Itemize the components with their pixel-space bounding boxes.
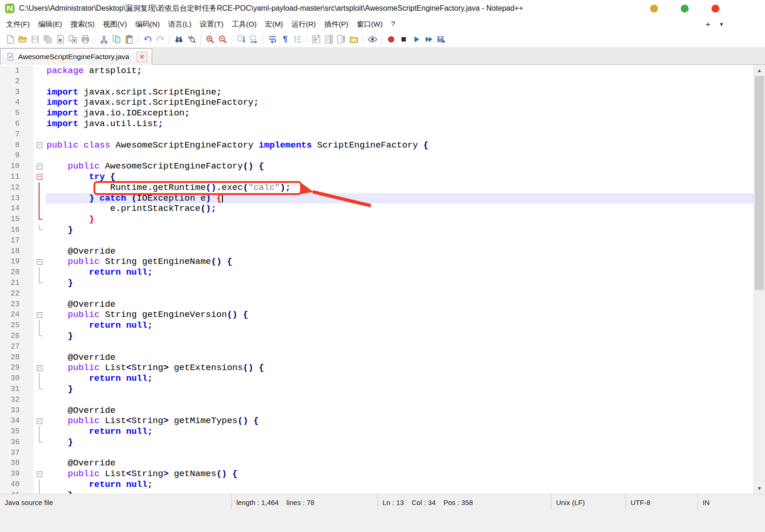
code-line-40[interactable]: 40 return null;: [0, 479, 754, 490]
code-text[interactable]: public AwesomeScriptEngineFactory() {: [46, 161, 754, 172]
code-text[interactable]: import java.util.List;: [46, 119, 754, 129]
fold-toggle-icon[interactable]: [34, 416, 46, 426]
scroll-down-icon[interactable]: ▼: [754, 483, 765, 494]
code-line-1[interactable]: 1package artsploit;: [0, 66, 754, 76]
code-line-29[interactable]: 29 public List<String> getExtensions() {: [0, 363, 754, 373]
code-line-9[interactable]: 9: [0, 150, 754, 161]
zoom-out-icon[interactable]: [216, 33, 229, 46]
code-text[interactable]: @Override: [46, 458, 754, 469]
code-text[interactable]: [46, 342, 754, 352]
fold-toggle-icon[interactable]: [34, 140, 46, 151]
code-line-22[interactable]: 22: [0, 289, 754, 299]
code-text[interactable]: public List<String> getMimeTypes() {: [46, 416, 754, 426]
function-list-icon[interactable]: f: [310, 33, 322, 46]
zoom-in-icon[interactable]: [204, 33, 216, 46]
code-text[interactable]: }: [46, 331, 754, 342]
code-line-20[interactable]: 20 return null;: [0, 267, 754, 278]
code-line-2[interactable]: 2: [0, 76, 754, 87]
stop-macro-icon[interactable]: [397, 33, 410, 46]
save-all-icon[interactable]: [41, 33, 54, 46]
code-line-18[interactable]: 18 @Override: [0, 246, 754, 257]
code-text[interactable]: import java.io.IOException;: [46, 108, 754, 119]
redo-icon[interactable]: [154, 33, 167, 46]
code-line-19[interactable]: 19 public String getEngineName() {: [0, 256, 754, 267]
status-encoding[interactable]: UTF-8: [626, 494, 698, 510]
window-dot-close[interactable]: [711, 5, 719, 13]
document-map-icon[interactable]: [322, 33, 335, 46]
code-line-11[interactable]: 11 try {: [0, 172, 754, 182]
record-macro-icon[interactable]: [385, 33, 397, 46]
menu-item-language[interactable]: 语言(L): [164, 17, 195, 32]
code-line-7[interactable]: 7: [0, 129, 754, 140]
code-text[interactable]: [46, 76, 754, 87]
code-line-21[interactable]: 21 }: [0, 278, 754, 289]
fold-toggle-icon[interactable]: [34, 310, 46, 320]
sync-horizontal-icon[interactable]: [248, 33, 260, 46]
code-text[interactable]: Runtime.getRuntime().exec("calc");: [46, 182, 754, 193]
code-line-35[interactable]: 35 return null;: [0, 426, 754, 437]
code-line-8[interactable]: 8public class AwesomeScriptEngineFactory…: [0, 140, 754, 151]
code-line-23[interactable]: 23 @Override: [0, 299, 754, 310]
fold-toggle-icon[interactable]: [34, 161, 46, 172]
menu-item-tools[interactable]: 工具(O): [228, 17, 261, 32]
cut-icon[interactable]: [98, 33, 110, 46]
print-icon[interactable]: [79, 33, 92, 46]
code-text[interactable]: }: [46, 437, 754, 448]
code-text[interactable]: public String getEngineName() {: [46, 256, 754, 267]
play-macro-icon[interactable]: [410, 33, 423, 46]
code-line-33[interactable]: 33 @Override: [0, 405, 754, 416]
code-text[interactable]: public List<String> getExtensions() {: [46, 363, 754, 373]
code-text[interactable]: @Override: [46, 299, 754, 310]
close-all-icon[interactable]: [67, 33, 79, 46]
code-text[interactable]: return null;: [46, 426, 754, 437]
scrollbar-thumb[interactable]: [755, 76, 764, 290]
code-line-15[interactable]: 15 }: [0, 214, 754, 225]
replace-icon[interactable]: ab: [185, 33, 198, 46]
menu-item-macro[interactable]: 宏(M): [261, 17, 287, 32]
menu-item-settings[interactable]: 设置(T): [195, 17, 228, 32]
window-dot-maximize[interactable]: [681, 5, 689, 13]
code-line-31[interactable]: 31 }: [0, 384, 754, 395]
save-file-icon[interactable]: [29, 33, 41, 46]
code-text[interactable]: @Override: [46, 352, 754, 363]
code-line-37[interactable]: 37: [0, 448, 754, 458]
code-line-36[interactable]: 36 }: [0, 437, 754, 448]
code-line-38[interactable]: 38 @Override: [0, 458, 754, 469]
code-line-16[interactable]: 16 }: [0, 225, 754, 236]
code-text[interactable]: }: [46, 278, 754, 289]
code-text[interactable]: public class AwesomeScriptEngineFactory …: [46, 140, 754, 151]
menu-item-plugins[interactable]: 插件(P): [320, 17, 353, 32]
menu-item-help[interactable]: ?: [387, 17, 399, 32]
monitoring-icon[interactable]: [366, 33, 379, 46]
code-text[interactable]: import javax.script.ScriptEngine;: [46, 87, 754, 98]
code-text[interactable]: [46, 395, 754, 405]
close-file-icon[interactable]: [54, 33, 67, 46]
open-file-icon[interactable]: [16, 33, 29, 46]
menu-item-run[interactable]: 运行(R): [287, 17, 320, 32]
undo-icon[interactable]: [141, 33, 154, 46]
menu-item-window[interactable]: 窗口(W): [352, 17, 387, 32]
code-text[interactable]: return null;: [46, 479, 754, 490]
code-text[interactable]: [46, 129, 754, 140]
code-line-24[interactable]: 24 public String getEngineVersion() {: [0, 310, 754, 320]
code-text[interactable]: return null;: [46, 267, 754, 278]
tab-list-dropdown-icon[interactable]: ▼: [719, 21, 724, 27]
status-eol-format[interactable]: Unix (LF): [551, 494, 626, 510]
code-text[interactable]: }: [46, 225, 754, 236]
save-recorded-macro-icon[interactable]: [435, 33, 448, 46]
code-text[interactable]: e.printStackTrace();: [46, 203, 754, 214]
indent-guide-icon[interactable]: [291, 33, 304, 46]
word-wrap-icon[interactable]: [266, 33, 279, 46]
code-text[interactable]: }: [46, 490, 754, 494]
code-text[interactable]: public List<String> getNames() {: [46, 469, 754, 479]
code-text[interactable]: @Override: [46, 246, 754, 257]
code-line-6[interactable]: 6import java.util.List;: [0, 119, 754, 129]
code-line-12[interactable]: 12 Runtime.getRuntime().exec("calc");: [0, 182, 754, 193]
run-macro-multiple-icon[interactable]: [423, 33, 435, 46]
code-line-3[interactable]: 3import javax.script.ScriptEngine;: [0, 87, 754, 98]
code-line-41[interactable]: 41 }: [0, 490, 754, 494]
folder-as-workspace-icon[interactable]: [348, 33, 360, 46]
scroll-up-icon[interactable]: ▲: [754, 65, 765, 76]
code-line-39[interactable]: 39 public List<String> getNames() {: [0, 469, 754, 479]
menu-item-search[interactable]: 搜索(S): [66, 17, 99, 32]
